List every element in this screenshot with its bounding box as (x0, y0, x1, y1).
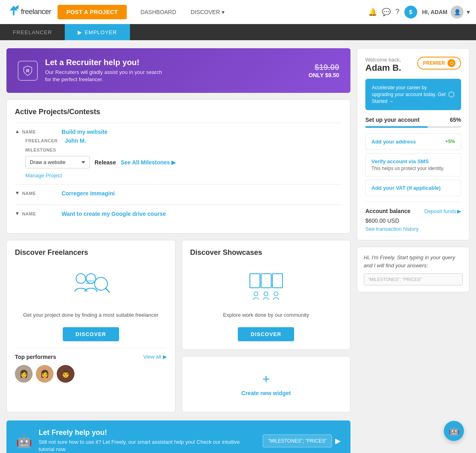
right-sidebar: Welcome back, Adam B. PREMIER ⬡ Accelera… (357, 48, 470, 453)
discover-showcases-card: Discover Showcases (182, 240, 351, 350)
create-widget-card[interactable]: + Create new widget (182, 356, 351, 412)
expand-icon-1[interactable]: ▲ (15, 129, 20, 134)
project-name-field-2: ▼ NAME Corregere immagini (15, 190, 342, 197)
bell-icon[interactable]: 🔔 (368, 8, 377, 16)
header-right: 🔔 💬 ? $ HI, ADAM 👤 ▾ (368, 6, 470, 18)
user-name: Adam B. (365, 63, 401, 73)
freely-chat-widget: Hi, I'm Freely. Start typing in your que… (357, 247, 470, 292)
balance-title: Account balance (365, 208, 410, 214)
performer-avatar-2[interactable]: 👩 (36, 365, 54, 383)
view-all-link[interactable]: View all ▶ (143, 354, 167, 360)
active-projects-card: Active Projects/Contests ▲ NAME Build my… (6, 99, 350, 234)
nav-dashboard[interactable]: DASHBOARD (133, 9, 183, 15)
banner-subtitle: Our Recruiters will gladly assist you in… (45, 69, 166, 83)
discover-freelancers-title: Discover Freelancers (15, 248, 88, 257)
project-row-2: ▼ NAME Corregere immagini (15, 184, 342, 205)
freely-input-area: "MILESTONES"; "PRICES" ▶ (263, 435, 341, 447)
logo[interactable]: freelancer (6, 4, 51, 20)
svg-point-12 (274, 292, 278, 296)
user-info: Welcome back, Adam B. (365, 57, 401, 73)
chat-input-mock[interactable]: "MILESTONES"; "PRICES" (364, 273, 463, 285)
money-button[interactable]: $ (404, 6, 417, 18)
manage-project-area: Manage Project (15, 168, 342, 178)
freelancers-icon-area (71, 270, 111, 303)
shield-icon: R (18, 61, 38, 81)
setup-percent: 65% (450, 117, 461, 123)
svg-point-11 (264, 292, 268, 296)
chat-icon[interactable]: 💬 (382, 8, 391, 16)
setup-item-sms-sub: This helps us protect your identity. (371, 166, 455, 171)
svg-line-4 (105, 288, 109, 292)
new-price: ONLY $9.50 (309, 72, 339, 78)
performer-avatar-3[interactable]: 👨 (57, 365, 74, 383)
setup-item-vat[interactable]: Add your VAT (if applicable) (365, 180, 461, 196)
upgrade-icon: ⬡ (448, 90, 455, 99)
avatar: 👤 (451, 6, 464, 18)
setup-label: Set up your account 65% (365, 117, 461, 123)
setup-item-sms[interactable]: Verify account via SMS This helps us pro… (365, 153, 461, 176)
header: freelancer POST A PROJECT DASHBOARD DISC… (0, 0, 476, 24)
nav-discover[interactable]: DISCOVER ▾ (183, 9, 232, 15)
svg-point-1 (76, 274, 86, 283)
chevron-right-icon: ▶ (163, 354, 167, 360)
tab-employer[interactable]: ▶ EMPLOYER (65, 24, 130, 40)
active-projects-title: Active Projects/Contests (15, 108, 342, 116)
see-all-milestones-link[interactable]: See All Milestones ▶ (121, 159, 176, 166)
address-badge: +5% (445, 139, 455, 145)
freely-bot-button[interactable]: 🤖 (444, 421, 464, 441)
freely-query-button[interactable]: "MILESTONES"; "PRICES" (263, 435, 332, 447)
svg-rect-9 (272, 274, 282, 288)
create-widget-label[interactable]: Create new widget (241, 390, 291, 396)
discover-grid: Discover Freelancers (6, 240, 350, 412)
main-layout: R Let a Recruiter help you! Our Recruite… (0, 40, 476, 453)
balance-header: Account balance Deposit funds ▶ (365, 208, 461, 214)
performer-avatar-1[interactable]: 👩 (15, 365, 33, 383)
manage-project-link[interactable]: Manage Project (25, 172, 62, 178)
performer-avatars: 👩 👩 👨 (15, 365, 167, 383)
setup-section: Set up your account 65% Add your address… (365, 117, 461, 196)
main-nav: DASHBOARD DISCOVER ▾ (133, 9, 368, 15)
freely-subtitle: Still not sure how to use it? Let Freely… (39, 439, 256, 453)
welcome-card: Welcome back, Adam B. PREMIER ⬡ Accelera… (357, 48, 470, 240)
project-name-value-1[interactable]: Build my website (62, 129, 107, 135)
post-project-button[interactable]: POST A PROJECT (58, 5, 127, 19)
welcome-top: Welcome back, Adam B. PREMIER ⬡ (365, 57, 461, 73)
chevron-right-icon: ▶ (171, 159, 176, 166)
performers-title: Top performers (15, 354, 56, 360)
banner-title: Let a Recruiter help you! (45, 58, 166, 67)
expand-icon-2[interactable]: ▼ (15, 190, 20, 196)
chevron-right-icon: ▶ (457, 208, 461, 214)
help-icon[interactable]: ? (396, 8, 400, 16)
upgrade-banner[interactable]: Accelerate your career by upgrading your… (365, 79, 461, 110)
project-name-value-3[interactable]: Want to create my Google drive course (62, 211, 166, 217)
chevron-down-icon: ▾ (467, 9, 470, 15)
release-button[interactable]: Release (95, 159, 116, 166)
transaction-history-link[interactable]: See transaction history (365, 226, 418, 232)
milestones-row: Draw a website Design homepage Build bac… (15, 156, 342, 168)
freelancer-value[interactable]: John M. (65, 137, 86, 144)
milestones-label: MILESTONES (25, 147, 56, 152)
deposit-funds-link[interactable]: Deposit funds ▶ (424, 208, 462, 214)
logo-text: freelancer (21, 8, 51, 16)
setup-item-sms-title: Verify account via SMS (371, 158, 455, 164)
chat-text: Hi, I'm Freely. Start typing in your que… (364, 254, 463, 269)
discover-showcases-button[interactable]: DISCOVER (238, 327, 294, 341)
top-performers-section: Top performers View all ▶ 👩 👩 👨 (15, 348, 167, 383)
project-row-1: ▲ NAME Build my website FREELANCER John … (15, 123, 342, 184)
project-name-value-2[interactable]: Corregere immagini (62, 190, 115, 197)
svg-point-2 (86, 274, 96, 283)
setup-item-address[interactable]: Add your address +5% (365, 133, 461, 150)
plus-icon: + (262, 372, 270, 387)
tab-freelancer[interactable]: FREELANCER (0, 24, 65, 40)
milestone-select[interactable]: Draw a website Design homepage Build bac… (25, 156, 90, 168)
expand-icon-3[interactable]: ▼ (15, 211, 20, 216)
freely-arrow-icon[interactable]: ▶ (335, 437, 341, 445)
user-greeting[interactable]: HI, ADAM 👤 ▾ (422, 6, 470, 18)
discover-showcases-desc: Explore work done by our community (223, 311, 309, 319)
discover-freelancers-button[interactable]: DISCOVER (63, 327, 119, 341)
logo-bird-icon (6, 4, 21, 20)
premier-icon: ⬡ (447, 59, 455, 67)
discover-freelancers-desc: Get your project done by finding a most … (23, 311, 159, 319)
freely-bot-icon: 🤖 (16, 433, 32, 449)
premier-badge[interactable]: PREMIER ⬡ (417, 57, 461, 70)
